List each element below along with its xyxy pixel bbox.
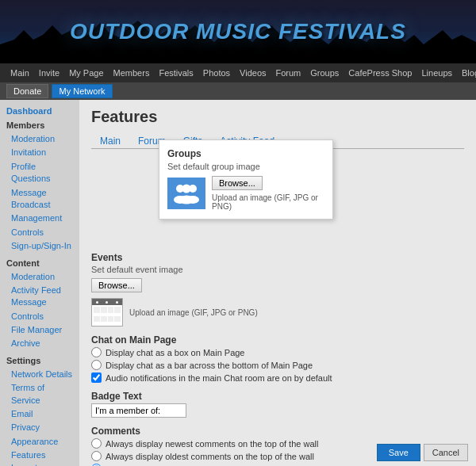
sidebar-network-details[interactable]: Network Details — [6, 368, 73, 381]
donate-button[interactable]: Donate — [6, 84, 48, 98]
nav-groups[interactable]: Groups — [306, 67, 343, 79]
comments-option2-radio[interactable] — [91, 451, 102, 461]
calendar-icon — [91, 298, 123, 327]
chat-option3-row: Audio notifications in the main Chat roo… — [91, 372, 464, 383]
groups-upload-row: Browse... Upload an image (GIF, JPG or P… — [167, 176, 324, 211]
sidebar-controls-content[interactable]: Controls — [6, 310, 73, 323]
badge-text-section: Badge Text — [91, 391, 464, 418]
comments-option2-label: Always display oldest comments on the to… — [106, 452, 314, 461]
sidebar-email[interactable]: Email — [6, 407, 73, 421]
people-icon — [172, 182, 201, 204]
site-title: Outdoor Music Festivals — [70, 19, 406, 44]
chat-option3-label: Audio notifications in the main Chat roo… — [106, 373, 332, 383]
sidebar-archive[interactable]: Archive — [6, 337, 73, 350]
groups-upload-hint: Upload an image (GIF, JPG or PNG) — [212, 193, 324, 211]
calendar-body — [92, 305, 122, 326]
chat-option1-radio[interactable] — [91, 347, 102, 357]
events-section: Events Set default event image Browse... — [91, 252, 464, 327]
groups-box-title: Groups — [167, 148, 324, 159]
sub-nav: Donate My Network — [0, 82, 476, 100]
sidebar-terms[interactable]: Terms of Service — [6, 381, 73, 407]
sidebar-invitation[interactable]: Invitation — [6, 146, 73, 159]
events-browse-button[interactable]: Browse... — [91, 278, 142, 292]
svg-point-5 — [179, 196, 194, 204]
svg-point-2 — [182, 185, 191, 193]
chat-option3-checkbox[interactable] — [91, 372, 102, 383]
badge-text-title: Badge Text — [91, 391, 464, 402]
events-upload-row: Browse... — [91, 278, 464, 296]
nav-photos[interactable]: Photos — [199, 67, 234, 79]
nav-forum[interactable]: Forum — [272, 67, 305, 79]
nav-main[interactable]: Main — [6, 67, 33, 79]
calendar-top — [92, 299, 122, 305]
chat-option2-radio[interactable] — [91, 360, 102, 370]
groups-upload-icon — [167, 178, 205, 209]
chat-main-page-title: Chat on Main Page — [91, 334, 464, 346]
sidebar-activity-feed-message[interactable]: Activity Feed Message — [6, 284, 73, 310]
chat-option1-row: Display chat as a box on Main Page — [91, 347, 464, 357]
events-browse-col: Browse... — [91, 278, 142, 296]
mynetwork-button[interactable]: My Network — [52, 84, 112, 98]
chat-option1-label: Display chat as a box on Main Page — [106, 348, 245, 357]
sidebar: Dashboard Members Moderation Invitation … — [0, 100, 79, 466]
main-content: Features Main Forum Gifts Activity Feed … — [79, 100, 476, 466]
nav-festivals[interactable]: Festivals — [155, 67, 197, 79]
sidebar-controls-members[interactable]: Controls — [6, 226, 73, 239]
page-title: Features — [91, 108, 464, 126]
chat-option2-label: Display chat as a bar across the bottom … — [106, 361, 313, 370]
chat-option2-row: Display chat as a bar across the bottom … — [91, 360, 464, 370]
groups-browse-button[interactable]: Browse... — [212, 176, 263, 190]
nav-videos[interactable]: Videos — [236, 67, 270, 79]
sidebar-profile-questions[interactable]: Profile Questions — [6, 160, 73, 186]
sidebar-management[interactable]: Management — [6, 212, 73, 225]
sidebar-section-content: Content — [6, 258, 73, 268]
main-nav: Main Invite My Page Members Festivals Ph… — [0, 63, 476, 82]
sidebar-privacy[interactable]: Privacy — [6, 421, 73, 434]
header-banner: Outdoor Music Festivals — [0, 0, 476, 63]
chat-main-page-section: Chat on Main Page Display chat as a box … — [91, 334, 464, 383]
sidebar-dashboard[interactable]: Dashboard — [6, 106, 73, 116]
sidebar-moderation-members[interactable]: Moderation — [6, 132, 73, 146]
sidebar-moderation-content[interactable]: Moderation — [6, 270, 73, 284]
badge-text-input[interactable] — [91, 403, 186, 418]
cancel-button[interactable]: Cancel — [424, 444, 468, 461]
sidebar-section-members: Members — [6, 120, 73, 130]
sidebar-message-broadcast[interactable]: Message Broadcast — [6, 186, 73, 212]
groups-box-subtitle: Set default group image — [167, 162, 324, 171]
tab-main[interactable]: Main — [91, 132, 129, 149]
events-icon-row: Upload an image (GIF, JPG or PNG) — [91, 298, 464, 327]
save-button[interactable]: Save — [377, 444, 420, 461]
nav-invite[interactable]: Invite — [35, 67, 63, 79]
events-subtitle: Set default event image — [91, 265, 464, 274]
comments-title: Comments — [91, 426, 464, 437]
events-title: Events — [91, 252, 464, 263]
nav-cafepress[interactable]: CafePress Shop — [344, 67, 416, 79]
nav-blogs[interactable]: Blogs — [458, 67, 476, 79]
nav-lineups[interactable]: Lineups — [417, 67, 456, 79]
groups-upload-controls: Browse... Upload an image (GIF, JPG or P… — [212, 176, 324, 211]
sidebar-features-layout[interactable]: Features Layout — [6, 449, 73, 466]
sidebar-section-settings: Settings — [6, 356, 73, 365]
bottom-bar: Save Cancel — [369, 439, 476, 466]
events-upload-hint: Upload an image (GIF, JPG or PNG) — [129, 308, 258, 317]
sidebar-appearance[interactable]: Appearance — [6, 435, 73, 449]
comments-option1-label: Always display newest comments on the to… — [106, 439, 318, 449]
nav-mypage[interactable]: My Page — [65, 67, 107, 79]
groups-box: Groups Set default group image Browse... — [159, 139, 333, 220]
nav-members[interactable]: Members — [109, 67, 154, 79]
sidebar-signup[interactable]: Sign-up/Sign-In — [6, 239, 73, 253]
sidebar-file-manager[interactable]: File Manager — [6, 323, 73, 337]
page-layout: Dashboard Members Moderation Invitation … — [0, 100, 476, 466]
comments-option1-radio[interactable] — [91, 438, 102, 449]
